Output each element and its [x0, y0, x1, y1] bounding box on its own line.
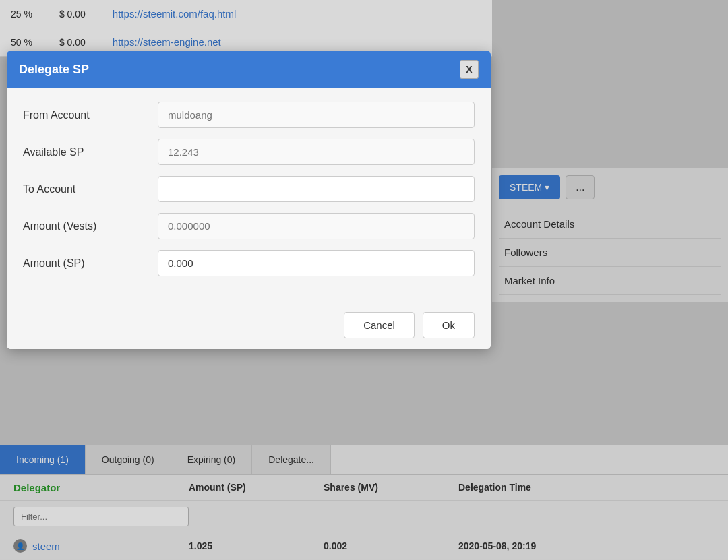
close-dialog-button[interactable]: X [460, 60, 479, 79]
amount-vests-row: Amount (Vests) [23, 213, 475, 239]
cancel-button[interactable]: Cancel [344, 312, 415, 338]
available-sp-row: Available SP [23, 139, 475, 165]
to-account-label: To Account [23, 183, 158, 195]
amount-sp-row: Amount (SP) [23, 250, 475, 276]
dialog-footer: Cancel Ok [7, 301, 491, 349]
from-account-row: From Account [23, 102, 475, 128]
delegate-sp-dialog: Delegate SP X From Account Available SP … [7, 51, 491, 349]
to-account-input[interactable] [158, 176, 475, 202]
amount-vests-input [158, 213, 475, 239]
from-account-label: From Account [23, 109, 158, 121]
available-sp-label: Available SP [23, 146, 158, 158]
ok-button[interactable]: Ok [423, 312, 475, 338]
dialog-header: Delegate SP X [7, 51, 491, 88]
to-account-row: To Account [23, 176, 475, 202]
amount-sp-input[interactable] [158, 250, 475, 276]
available-sp-input [158, 139, 475, 165]
amount-vests-label: Amount (Vests) [23, 220, 158, 232]
from-account-input [158, 102, 475, 128]
dialog-title: Delegate SP [19, 63, 89, 77]
dialog-body: From Account Available SP To Account Amo… [7, 88, 491, 301]
amount-sp-label: Amount (SP) [23, 257, 158, 270]
